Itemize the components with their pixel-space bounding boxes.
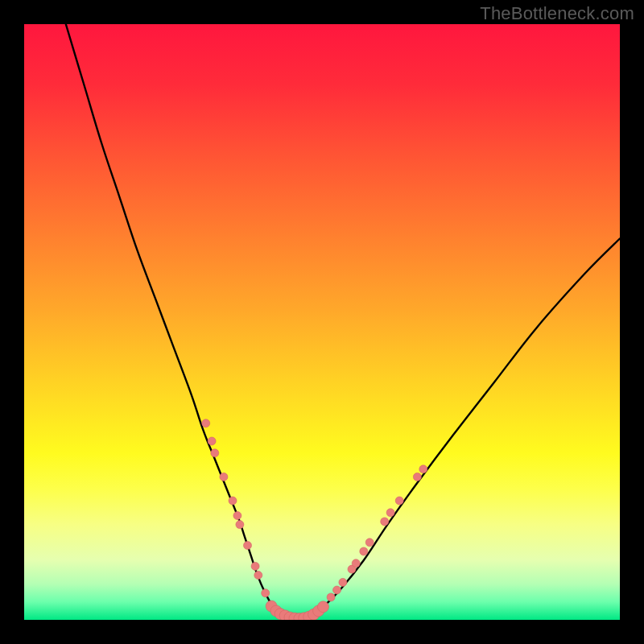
data-point [244, 542, 252, 550]
data-point [229, 497, 237, 505]
data-point [413, 473, 421, 481]
data-point [208, 437, 216, 445]
data-point [327, 593, 335, 601]
data-point [211, 449, 219, 457]
data-point [365, 539, 374, 547]
bottleneck-curve [66, 24, 620, 619]
data-point [386, 509, 394, 517]
data-point [220, 473, 228, 481]
data-point [236, 521, 244, 529]
data-point [419, 465, 427, 473]
data-point [333, 586, 341, 594]
data-point [352, 559, 360, 568]
data-point [318, 601, 329, 613]
data-point [251, 562, 259, 570]
chart-container: TheBottleneck.com [0, 0, 644, 644]
watermark-text: TheBottleneck.com [480, 3, 634, 24]
plot-area [24, 24, 620, 620]
data-markers [202, 419, 427, 620]
data-point [381, 518, 389, 526]
data-point [395, 497, 403, 505]
data-point [339, 578, 347, 586]
data-point [233, 512, 242, 520]
data-point [262, 589, 270, 597]
chart-overlay [24, 24, 620, 620]
data-point [202, 419, 210, 427]
data-point [254, 572, 262, 580]
data-point [360, 547, 368, 555]
